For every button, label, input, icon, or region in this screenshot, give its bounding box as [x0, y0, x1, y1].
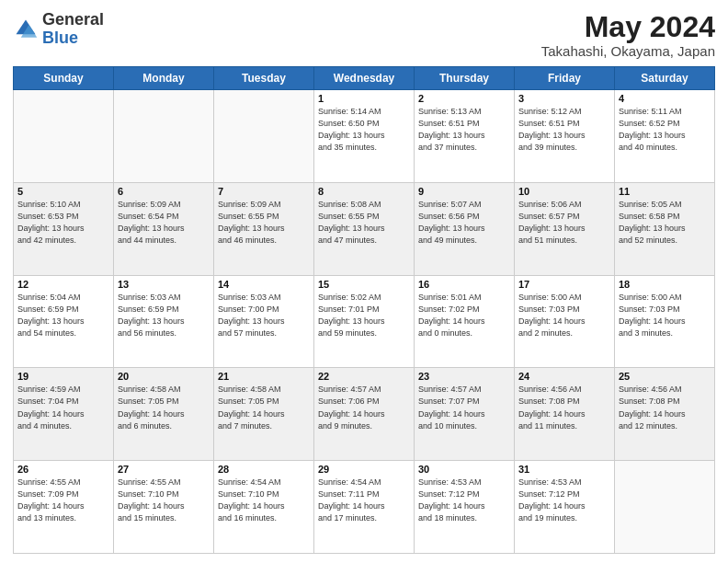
day-info: Sunrise: 4:58 AMSunset: 7:05 PMDaylight:…	[218, 384, 310, 431]
day-cell	[214, 90, 314, 183]
day-cell: 7Sunrise: 5:09 AMSunset: 6:55 PMDaylight…	[214, 182, 314, 275]
week-row-4: 19Sunrise: 4:59 AMSunset: 7:04 PMDayligh…	[14, 368, 715, 461]
days-header-row: SundayMondayTuesdayWednesdayThursdayFrid…	[14, 67, 715, 90]
day-info: Sunrise: 5:09 AMSunset: 6:55 PMDaylight:…	[218, 199, 310, 247]
day-cell: 20Sunrise: 4:58 AMSunset: 7:05 PMDayligh…	[114, 368, 214, 461]
day-header-sunday: Sunday	[14, 67, 114, 90]
day-info: Sunrise: 5:13 AMSunset: 6:51 PMDaylight:…	[418, 106, 510, 154]
day-cell: 19Sunrise: 4:59 AMSunset: 7:04 PMDayligh…	[14, 368, 114, 461]
day-cell: 30Sunrise: 4:53 AMSunset: 7:12 PMDayligh…	[415, 461, 515, 554]
day-info: Sunrise: 5:00 AMSunset: 7:03 PMDaylight:…	[619, 292, 711, 339]
day-info: Sunrise: 4:57 AMSunset: 7:06 PMDaylight:…	[318, 384, 410, 431]
day-info: Sunrise: 5:09 AMSunset: 6:54 PMDaylight:…	[118, 199, 210, 247]
day-info: Sunrise: 4:55 AMSunset: 7:10 PMDaylight:…	[118, 477, 210, 524]
day-cell: 15Sunrise: 5:02 AMSunset: 7:01 PMDayligh…	[314, 275, 415, 368]
day-cell: 12Sunrise: 5:04 AMSunset: 6:59 PMDayligh…	[14, 275, 114, 368]
day-number: 27	[118, 464, 210, 475]
day-number: 12	[17, 279, 109, 290]
day-number: 30	[418, 464, 510, 475]
day-info: Sunrise: 5:06 AMSunset: 6:57 PMDaylight:…	[518, 199, 610, 247]
day-cell: 11Sunrise: 5:05 AMSunset: 6:58 PMDayligh…	[615, 182, 715, 275]
day-number: 9	[418, 186, 510, 197]
day-header-wednesday: Wednesday	[314, 67, 415, 90]
week-row-1: 1Sunrise: 5:14 AMSunset: 6:50 PMDaylight…	[14, 90, 715, 183]
calendar-table: SundayMondayTuesdayWednesdayThursdayFrid…	[13, 66, 715, 554]
day-cell: 22Sunrise: 4:57 AMSunset: 7:06 PMDayligh…	[314, 368, 415, 461]
day-info: Sunrise: 5:14 AMSunset: 6:50 PMDaylight:…	[318, 106, 410, 154]
day-number: 21	[218, 371, 310, 382]
subtitle: Takahashi, Okayama, Japan	[541, 43, 715, 59]
day-cell	[615, 461, 715, 554]
week-row-3: 12Sunrise: 5:04 AMSunset: 6:59 PMDayligh…	[14, 275, 715, 368]
day-number: 29	[318, 464, 410, 475]
day-cell: 9Sunrise: 5:07 AMSunset: 6:56 PMDaylight…	[415, 182, 515, 275]
day-number: 17	[518, 279, 610, 290]
day-number: 26	[17, 464, 109, 475]
day-info: Sunrise: 5:00 AMSunset: 7:03 PMDaylight:…	[518, 292, 610, 339]
day-info: Sunrise: 4:56 AMSunset: 7:08 PMDaylight:…	[619, 384, 711, 431]
day-cell: 25Sunrise: 4:56 AMSunset: 7:08 PMDayligh…	[615, 368, 715, 461]
day-info: Sunrise: 5:01 AMSunset: 7:02 PMDaylight:…	[418, 292, 510, 339]
day-cell: 14Sunrise: 5:03 AMSunset: 7:00 PMDayligh…	[214, 275, 314, 368]
day-number: 8	[318, 186, 410, 197]
day-number: 4	[619, 93, 711, 104]
day-number: 24	[518, 371, 610, 382]
main-title: May 2024	[541, 11, 715, 43]
day-info: Sunrise: 4:53 AMSunset: 7:12 PMDaylight:…	[518, 477, 610, 524]
day-info: Sunrise: 5:05 AMSunset: 6:58 PMDaylight:…	[619, 199, 711, 247]
day-cell: 18Sunrise: 5:00 AMSunset: 7:03 PMDayligh…	[615, 275, 715, 368]
day-header-thursday: Thursday	[415, 67, 515, 90]
day-number: 20	[118, 371, 210, 382]
title-block: May 2024 Takahashi, Okayama, Japan	[541, 11, 715, 59]
day-number: 23	[418, 371, 510, 382]
day-cell: 13Sunrise: 5:03 AMSunset: 6:59 PMDayligh…	[114, 275, 214, 368]
day-header-monday: Monday	[114, 67, 214, 90]
day-info: Sunrise: 5:03 AMSunset: 6:59 PMDaylight:…	[118, 292, 210, 339]
page: General Blue May 2024 Takahashi, Okayama…	[0, 0, 728, 563]
day-cell: 16Sunrise: 5:01 AMSunset: 7:02 PMDayligh…	[415, 275, 515, 368]
day-number: 18	[619, 279, 711, 290]
day-cell: 10Sunrise: 5:06 AMSunset: 6:57 PMDayligh…	[515, 182, 615, 275]
day-cell: 27Sunrise: 4:55 AMSunset: 7:10 PMDayligh…	[114, 461, 214, 554]
day-number: 15	[318, 279, 410, 290]
day-info: Sunrise: 5:08 AMSunset: 6:55 PMDaylight:…	[318, 199, 410, 247]
day-info: Sunrise: 5:10 AMSunset: 6:53 PMDaylight:…	[17, 199, 109, 247]
day-info: Sunrise: 4:54 AMSunset: 7:11 PMDaylight:…	[318, 477, 410, 524]
day-number: 1	[318, 93, 410, 104]
day-cell: 17Sunrise: 5:00 AMSunset: 7:03 PMDayligh…	[515, 275, 615, 368]
day-info: Sunrise: 5:11 AMSunset: 6:52 PMDaylight:…	[619, 106, 711, 154]
day-number: 31	[518, 464, 610, 475]
logo-general-text: General	[42, 10, 104, 29]
day-info: Sunrise: 4:54 AMSunset: 7:10 PMDaylight:…	[218, 477, 310, 524]
day-info: Sunrise: 4:58 AMSunset: 7:05 PMDaylight:…	[118, 384, 210, 431]
day-cell: 24Sunrise: 4:56 AMSunset: 7:08 PMDayligh…	[515, 368, 615, 461]
day-cell: 2Sunrise: 5:13 AMSunset: 6:51 PMDaylight…	[415, 90, 515, 183]
day-info: Sunrise: 4:55 AMSunset: 7:09 PMDaylight:…	[17, 477, 109, 524]
day-number: 14	[218, 279, 310, 290]
day-info: Sunrise: 4:59 AMSunset: 7:04 PMDaylight:…	[17, 384, 109, 431]
day-cell: 5Sunrise: 5:10 AMSunset: 6:53 PMDaylight…	[14, 182, 114, 275]
day-cell: 28Sunrise: 4:54 AMSunset: 7:10 PMDayligh…	[214, 461, 314, 554]
day-cell: 29Sunrise: 4:54 AMSunset: 7:11 PMDayligh…	[314, 461, 415, 554]
day-info: Sunrise: 4:57 AMSunset: 7:07 PMDaylight:…	[418, 384, 510, 431]
day-number: 2	[418, 93, 510, 104]
day-header-friday: Friday	[515, 67, 615, 90]
day-info: Sunrise: 5:02 AMSunset: 7:01 PMDaylight:…	[318, 292, 410, 339]
day-cell: 3Sunrise: 5:12 AMSunset: 6:51 PMDaylight…	[515, 90, 615, 183]
logo-icon	[13, 17, 39, 42]
day-number: 3	[518, 93, 610, 104]
day-cell	[114, 90, 214, 183]
day-number: 6	[118, 186, 210, 197]
day-cell: 21Sunrise: 4:58 AMSunset: 7:05 PMDayligh…	[214, 368, 314, 461]
day-number: 22	[318, 371, 410, 382]
day-cell: 26Sunrise: 4:55 AMSunset: 7:09 PMDayligh…	[14, 461, 114, 554]
day-cell: 8Sunrise: 5:08 AMSunset: 6:55 PMDaylight…	[314, 182, 415, 275]
day-number: 10	[518, 186, 610, 197]
day-number: 7	[218, 186, 310, 197]
day-number: 28	[218, 464, 310, 475]
day-info: Sunrise: 5:03 AMSunset: 7:00 PMDaylight:…	[218, 292, 310, 339]
day-number: 11	[619, 186, 711, 197]
logo: General Blue	[13, 11, 104, 48]
day-number: 25	[619, 371, 711, 382]
day-info: Sunrise: 5:12 AMSunset: 6:51 PMDaylight:…	[518, 106, 610, 154]
